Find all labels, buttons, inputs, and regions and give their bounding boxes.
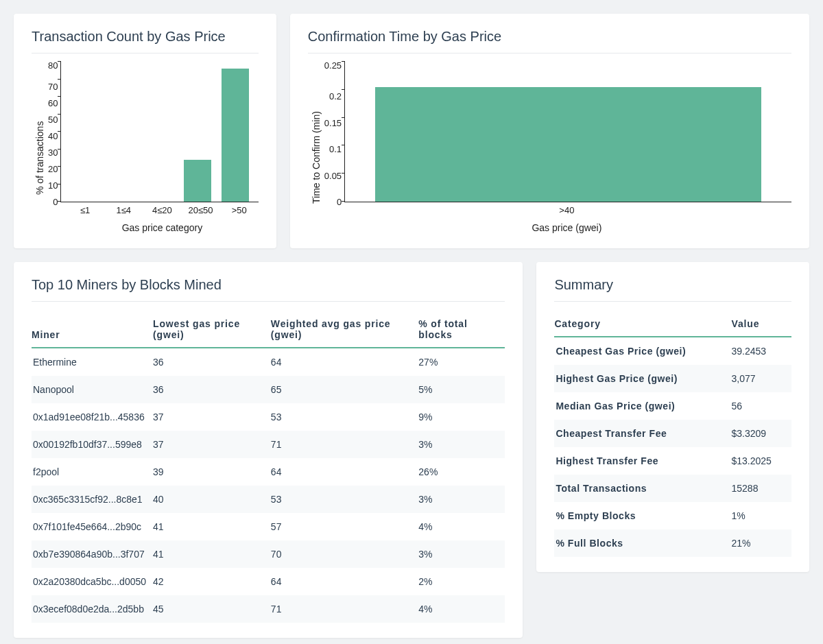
cell-category: % Full Blocks	[554, 529, 731, 557]
table-row: Highest Transfer Fee$13.2025	[554, 447, 791, 475]
bar	[184, 160, 211, 202]
table-row: Nanopool36655%	[32, 376, 505, 403]
table-row: Ethermine366427%	[32, 348, 505, 376]
table-row: Cheapest Gas Price (gwei)39.2453	[554, 337, 791, 365]
y-tick: 0	[337, 198, 342, 206]
cell-category: Highest Transfer Fee	[554, 447, 731, 475]
bar-slot	[65, 62, 103, 202]
cell-value: 56	[732, 392, 791, 420]
cell-lowest: 39	[153, 458, 271, 486]
bar-slot	[104, 62, 141, 202]
cell-lowest: 42	[153, 568, 271, 595]
bar	[375, 87, 761, 202]
bottom-row: Top 10 Miners by Blocks Mined Miner Lowe…	[14, 262, 809, 638]
section-title: Top 10 Miners by Blocks Mined	[32, 277, 505, 302]
x-tick: 20≤50	[181, 205, 219, 215]
y-tick: 30	[48, 148, 58, 157]
chart-body: 80706050403020100 ≤11≤44≤2020≤50>50 Gas …	[48, 62, 259, 233]
cell-value: 15288	[732, 475, 791, 502]
cell-value: 3,077	[732, 365, 791, 392]
cell-weighted: 70	[271, 540, 418, 568]
cell-miner: f2pool	[32, 458, 153, 486]
bar-slot	[217, 62, 254, 202]
table-row: 0x1ad91ee08f21b...4583637539%	[32, 403, 505, 431]
y-tick: 60	[48, 99, 58, 108]
cell-lowest: 40	[153, 486, 271, 513]
cell-pct: 26%	[418, 458, 505, 486]
cell-pct: 4%	[418, 513, 505, 540]
chart-body: 0.250.20.150.10.050 >40 Gas price (gwei)	[324, 62, 791, 233]
cell-category: Cheapest Gas Price (gwei)	[554, 337, 731, 365]
x-tick: 4≤20	[143, 205, 181, 215]
cell-miner: 0x2a20380dca5bc...d0050	[32, 568, 153, 595]
bar-slot	[179, 62, 217, 202]
cell-miner: 0x7f101fe45e664...2b90c	[32, 513, 153, 540]
x-tick: ≤1	[66, 205, 104, 215]
y-tick: 0.25	[324, 61, 342, 70]
cell-lowest: 41	[153, 540, 271, 568]
cell-weighted: 71	[271, 595, 418, 623]
bar	[222, 69, 249, 202]
cell-lowest: 41	[153, 513, 271, 540]
cell-pct: 3%	[418, 431, 505, 458]
y-tick: 80	[48, 61, 58, 70]
cell-category: Median Gas Price (gwei)	[554, 392, 731, 420]
y-tick: 0.15	[324, 119, 342, 128]
table-row: % Full Blocks21%	[554, 529, 791, 557]
table-row: 0x2a20380dca5bc...d005042642%	[32, 568, 505, 595]
section-title: Summary	[554, 277, 791, 302]
cell-weighted: 57	[271, 513, 418, 540]
y-tick: 50	[48, 115, 58, 124]
cell-miner: Ethermine	[32, 348, 153, 376]
cell-category: Total Transactions	[554, 475, 731, 502]
cell-category: Highest Gas Price (gwei)	[554, 365, 731, 392]
y-tick: 70	[48, 82, 58, 91]
x-axis-label: Gas price category	[48, 215, 259, 233]
cell-weighted: 65	[271, 376, 418, 403]
cell-miner: 0xc365c3315cf92...8c8e1	[32, 486, 153, 513]
bars-region	[344, 62, 791, 202]
chart-tx-count: Transaction Count by Gas Price % of tran…	[14, 14, 276, 248]
cell-lowest: 36	[153, 376, 271, 403]
cell-pct: 4%	[418, 595, 505, 623]
y-tick: 10	[48, 181, 58, 190]
cell-pct: 27%	[418, 348, 505, 376]
y-tick: 0.05	[324, 171, 342, 180]
cell-weighted: 53	[271, 486, 418, 513]
bar-slot	[141, 62, 179, 202]
table-row: Highest Gas Price (gwei)3,077	[554, 365, 791, 392]
cell-pct: 9%	[418, 403, 505, 431]
cell-category: Cheapest Transfer Fee	[554, 420, 731, 447]
y-axis: 0.250.20.150.10.050	[324, 62, 344, 202]
cell-category: % Empty Blocks	[554, 502, 731, 529]
col-value: Value	[732, 310, 791, 337]
cell-pct: 5%	[418, 376, 505, 403]
cell-lowest: 36	[153, 348, 271, 376]
table-row: 0x7f101fe45e664...2b90c41574%	[32, 513, 505, 540]
summary-table: Category Value Cheapest Gas Price (gwei)…	[554, 310, 791, 557]
top-row: Transaction Count by Gas Price % of tran…	[14, 14, 809, 248]
cell-pct: 3%	[418, 540, 505, 568]
chart-area: Time to Confirm (min) 0.250.20.150.10.05…	[308, 62, 791, 233]
table-row: % Empty Blocks1%	[554, 502, 791, 529]
cell-miner: 0x00192fb10df37...599e8	[32, 431, 153, 458]
y-tick: 0.2	[329, 92, 342, 101]
cell-miner: 0xb7e390864a90b...3f707	[32, 540, 153, 568]
cell-miner: 0x3ecef08d0e2da...2d5bb	[32, 595, 153, 623]
cell-weighted: 64	[271, 458, 418, 486]
table-row: Total Transactions15288	[554, 475, 791, 502]
x-tick: 1≤4	[104, 205, 143, 215]
x-tick: >40	[342, 205, 791, 215]
cell-weighted: 71	[271, 431, 418, 458]
x-axis: ≤11≤44≤2020≤50>50	[48, 202, 259, 215]
cell-value: 39.2453	[732, 337, 791, 365]
cell-value: 21%	[732, 529, 791, 557]
cell-lowest: 37	[153, 403, 271, 431]
table-row: 0xb7e390864a90b...3f70741703%	[32, 540, 505, 568]
cell-value: 1%	[732, 502, 791, 529]
miners-card: Top 10 Miners by Blocks Mined Miner Lowe…	[14, 262, 523, 638]
plot: 0.250.20.150.10.050	[324, 62, 791, 202]
col-lowest: Lowest gas price (gwei)	[153, 310, 271, 348]
cell-value: $13.2025	[732, 447, 791, 475]
chart-confirm-time: Confirmation Time by Gas Price Time to C…	[290, 14, 809, 248]
